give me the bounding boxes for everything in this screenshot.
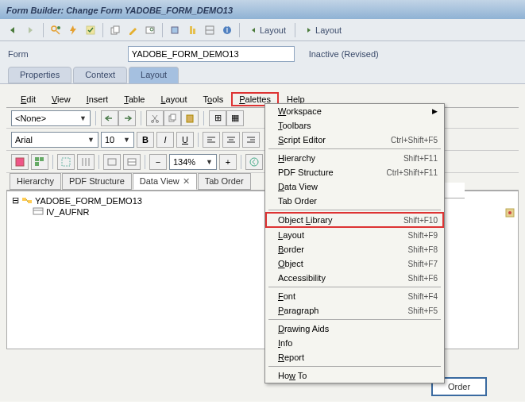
title-bar: Form Builder: Change Form YADOBE_FORM_DE… [0, 0, 525, 19]
italic-button[interactable]: I [156, 132, 174, 148]
script-combo[interactable]: <None>▼ [11, 110, 91, 126]
display-icon[interactable] [48, 23, 63, 37]
dd-how-to[interactable]: How To [265, 368, 444, 383]
svg-rect-33 [62, 158, 70, 166]
check-icon[interactable] [83, 23, 98, 37]
field-icon [33, 207, 44, 217]
dd-workspace[interactable]: Workspace▶ [265, 104, 444, 118]
rect-icon[interactable] [103, 154, 121, 170]
svg-rect-37 [108, 159, 116, 165]
itab-dataview[interactable]: Data View✕ [133, 173, 197, 190]
itab-taborder[interactable]: Tab Order [198, 173, 251, 190]
rect2-icon[interactable] [123, 154, 141, 170]
svg-point-0 [52, 26, 56, 31]
bold-button[interactable]: B [137, 132, 154, 148]
find-icon[interactable] [143, 23, 157, 37]
svg-rect-47 [33, 208, 43, 214]
layout-designer: Edit View Insert Table Layout Tools Pale… [0, 84, 525, 402]
cut-icon[interactable] [146, 110, 164, 126]
itab-hierarchy[interactable]: Hierarchy [10, 173, 61, 190]
dd-tab-order[interactable]: Tab Order [265, 194, 444, 208]
dd-toolbars[interactable]: Toolbars [265, 118, 444, 133]
paste-icon[interactable] [181, 110, 199, 126]
tool-icon-1[interactable] [168, 23, 182, 37]
snap-icon[interactable] [57, 154, 75, 170]
align-right-icon[interactable] [242, 132, 260, 148]
forward-icon[interactable] [24, 23, 38, 37]
tool-icon-3[interactable] [203, 23, 217, 37]
menu-tools[interactable]: Tools [195, 92, 232, 106]
menu-edit[interactable]: Edit [13, 92, 44, 106]
tab-context[interactable]: Context [73, 67, 127, 83]
palettes-dropdown: Workspace▶ToolbarsScript EditorCtrl+Shif… [264, 103, 445, 383]
dd-report[interactable]: Report [265, 350, 444, 364]
copy-icon[interactable] [108, 23, 122, 37]
svg-line-46 [26, 199, 28, 202]
svg-rect-32 [35, 162, 39, 166]
prev-icon[interactable] [245, 154, 263, 170]
menu-table[interactable]: Table [116, 92, 152, 106]
dd-font[interactable]: FontShift+F4 [265, 289, 444, 303]
align-left-icon[interactable] [203, 132, 220, 148]
tab-properties[interactable]: Properties [8, 67, 71, 83]
layout-arrow-icon-2[interactable]: Layout [300, 23, 345, 37]
edit-icon[interactable] [125, 23, 140, 37]
redo-icon[interactable] [118, 110, 136, 126]
menu-insert[interactable]: Insert [79, 92, 117, 106]
itab-pdf[interactable]: PDF Structure [62, 173, 132, 190]
dd-info[interactable]: Info [265, 336, 444, 350]
tool-b[interactable]: ▦ [226, 110, 244, 126]
form-label: Form [8, 49, 29, 59]
tool-a[interactable]: ⊞ [209, 110, 226, 126]
align-center-icon[interactable] [222, 132, 240, 148]
zoom-combo[interactable]: 134%▼ [169, 154, 217, 170]
svg-rect-8 [172, 27, 178, 33]
fontsize-combo[interactable]: 10▼ [101, 132, 134, 148]
form-status: Inactive (Revised) [309, 49, 379, 59]
activate-icon[interactable] [66, 23, 80, 37]
zoom-in-icon[interactable]: + [219, 154, 237, 170]
grid-icon-2[interactable] [31, 154, 48, 170]
svg-rect-10 [193, 29, 195, 34]
dd-pdf-structure[interactable]: PDF StructureCtrl+Shift+F11 [265, 165, 444, 179]
dd-object-library[interactable]: Object LibraryShift+F10 [265, 212, 444, 228]
dd-drawing-aids[interactable]: Drawing Aids [265, 322, 444, 336]
svg-line-1 [56, 31, 60, 34]
font-combo[interactable]: Arial▼ [11, 132, 98, 148]
back-icon[interactable] [6, 23, 21, 37]
menu-layout[interactable]: Layout [152, 92, 195, 106]
main-toolbar: i Layout Layout [0, 19, 525, 41]
layout-arrow-icon[interactable]: Layout [245, 23, 290, 37]
dd-script-editor[interactable]: Script EditorCtrl+Shift+F5 [265, 133, 444, 147]
connection-icon [21, 196, 33, 206]
dd-object[interactable]: ObjectShift+F7 [265, 256, 444, 271]
svg-rect-30 [35, 157, 39, 161]
svg-rect-18 [171, 114, 176, 120]
close-icon[interactable]: ✕ [183, 176, 190, 186]
grid-icon-1[interactable] [11, 154, 29, 170]
collapse-icon[interactable]: ⊟ [12, 195, 19, 206]
dd-paragraph[interactable]: ParagraphShift+F5 [265, 303, 444, 318]
svg-rect-5 [114, 26, 119, 33]
info-icon[interactable]: i [220, 23, 234, 37]
zoom-out-icon[interactable]: − [149, 154, 167, 170]
dd-data-view[interactable]: Data View [265, 179, 444, 194]
tool-icon-2[interactable] [185, 23, 199, 37]
tab-layout[interactable]: Layout [129, 67, 179, 83]
menu-view[interactable]: View [44, 92, 79, 106]
form-name-input[interactable] [128, 46, 295, 62]
svg-text:i: i [226, 25, 228, 34]
dd-border[interactable]: BorderShift+F8 [265, 242, 444, 256]
grid-icon-3[interactable] [77, 154, 95, 170]
dd-layout[interactable]: LayoutShift+F9 [265, 228, 444, 242]
underline-button[interactable]: U [176, 132, 194, 148]
copy-icon-2[interactable] [164, 110, 181, 126]
dd-accessibility[interactable]: AccessibilityShift+F6 [265, 271, 444, 285]
svg-rect-44 [22, 198, 26, 201]
undo-icon[interactable] [101, 110, 118, 126]
link-icon[interactable] [504, 207, 515, 218]
svg-point-40 [250, 158, 258, 166]
dd-hierarchy[interactable]: HierarchyShift+F11 [265, 151, 444, 165]
svg-point-2 [57, 26, 60, 29]
svg-rect-29 [16, 158, 24, 166]
